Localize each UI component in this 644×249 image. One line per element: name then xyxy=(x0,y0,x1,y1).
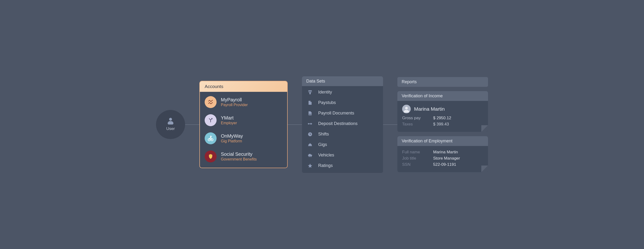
reports-header: Reports xyxy=(397,77,488,87)
report-income-card[interactable]: Verification of Income Marina Martin Gro… xyxy=(397,91,488,132)
field-value: Marina Martin xyxy=(433,150,483,154)
account-name: YMart xyxy=(221,115,237,121)
arrow-right-icon xyxy=(307,121,313,127)
svg-point-18 xyxy=(405,106,408,109)
dataset-item-ratings[interactable]: Ratings xyxy=(307,163,378,168)
dataset-label: Paystubs xyxy=(318,100,336,105)
svg-rect-7 xyxy=(309,114,310,114)
field-value: $ 399.43 xyxy=(433,122,483,127)
car-icon xyxy=(307,152,313,158)
svg-rect-3 xyxy=(308,90,312,91)
dataset-item-paystubs[interactable]: Paystubs xyxy=(307,100,378,106)
dataset-item-vehicles[interactable]: Vehicles xyxy=(307,152,378,158)
dataset-item-shifts[interactable]: Shifts xyxy=(307,132,378,137)
dataset-label: Deposit Destinations xyxy=(318,121,358,126)
user-circle: User xyxy=(156,110,185,139)
accounts-panel: Accounts MyPayroll Payroll Provider xyxy=(200,81,288,168)
accounts-list: MyPayroll Payroll Provider YMart Employe… xyxy=(200,92,287,168)
connector-line xyxy=(383,124,397,125)
account-subtitle: Government Benefits xyxy=(221,157,257,162)
diagram-canvas: User Accounts MyPayroll Payroll Provider xyxy=(131,52,513,197)
chart-lines-icon xyxy=(205,96,216,108)
svg-point-15 xyxy=(309,156,310,157)
report-employment-card[interactable]: Verification of Employment Full name Mar… xyxy=(397,136,488,172)
field-value: $ 2950.12 xyxy=(433,116,483,120)
person-icon xyxy=(168,118,174,124)
account-name: OnMyWay xyxy=(221,133,243,139)
report-card-header: Verification of Income xyxy=(397,91,488,101)
file-icon xyxy=(307,100,313,106)
field-label: SSN xyxy=(402,162,433,167)
svg-point-16 xyxy=(310,156,312,157)
account-name: MyPayroll xyxy=(221,97,248,102)
account-item-onmyway[interactable]: OnMyWay Gig Platform xyxy=(205,132,282,144)
field-label: Full name xyxy=(402,150,433,154)
account-subtitle: Gig Platform xyxy=(221,139,243,143)
account-item-ymart[interactable]: YMart Employer xyxy=(205,114,282,126)
svg-point-9 xyxy=(308,123,309,124)
dataset-item-payroll-documents[interactable]: Payroll Documents xyxy=(307,110,378,116)
svg-point-0 xyxy=(208,138,210,141)
svg-rect-5 xyxy=(308,92,309,92)
account-name: Social Security xyxy=(221,152,257,157)
field-value: Store Manager xyxy=(433,156,483,161)
dataset-item-identity[interactable]: Identity xyxy=(307,90,378,95)
bicycle-icon xyxy=(205,132,216,144)
account-subtitle: Employer xyxy=(221,121,237,125)
document-icon xyxy=(307,110,313,116)
svg-point-2 xyxy=(210,136,211,137)
avatar xyxy=(402,105,411,113)
field-value: 522-09-1191 xyxy=(433,162,483,167)
dataset-label: Shifts xyxy=(318,132,329,137)
svg-rect-12 xyxy=(308,146,312,146)
star-icon xyxy=(307,163,313,168)
field-label: Gross pay xyxy=(402,116,433,120)
account-item-mypayroll[interactable]: MyPayroll Payroll Provider xyxy=(205,96,282,108)
person-name: Marina Martin xyxy=(414,106,444,112)
branch-icon xyxy=(205,114,216,126)
dataset-item-gigs[interactable]: Gigs xyxy=(307,142,378,148)
dataset-label: Ratings xyxy=(318,163,333,168)
shield-icon xyxy=(205,150,216,162)
datasets-list: Identity Paystubs Payroll Documents Depo… xyxy=(302,86,383,173)
svg-rect-17 xyxy=(309,154,311,155)
user-label: User xyxy=(166,126,175,131)
identity-icon xyxy=(307,90,313,95)
page-fold-icon xyxy=(481,125,488,132)
datasets-header: Data Sets xyxy=(302,76,383,86)
field-label: Job title xyxy=(402,156,433,161)
account-item-social-security[interactable]: Social Security Government Benefits xyxy=(205,150,282,162)
accounts-header: Accounts xyxy=(200,81,287,92)
svg-rect-6 xyxy=(311,92,312,92)
page-fold-icon xyxy=(481,166,488,172)
account-subtitle: Payroll Provider xyxy=(221,103,248,107)
datasets-panel: Data Sets Identity Paystubs Payroll Docu… xyxy=(302,76,383,173)
svg-rect-10 xyxy=(309,123,311,124)
field-label: Taxes xyxy=(402,122,433,127)
reports-column: Reports Verification of Income Marina Ma… xyxy=(397,77,488,172)
user-node: User xyxy=(156,110,185,139)
svg-rect-4 xyxy=(309,92,311,94)
clock-icon xyxy=(307,132,313,137)
dataset-label: Gigs xyxy=(318,142,327,147)
connector-line xyxy=(288,124,302,125)
dataset-label: Identity xyxy=(318,90,332,95)
svg-rect-14 xyxy=(308,154,312,156)
dataset-label: Vehicles xyxy=(318,153,334,158)
svg-rect-8 xyxy=(310,114,311,114)
svg-point-13 xyxy=(310,143,310,144)
connector-line xyxy=(185,124,200,125)
bell-icon xyxy=(307,142,313,148)
dataset-label: Payroll Documents xyxy=(318,111,354,116)
report-card-header: Verification of Employment xyxy=(397,136,488,146)
dataset-item-deposit-destinations[interactable]: Deposit Destinations xyxy=(307,121,378,127)
